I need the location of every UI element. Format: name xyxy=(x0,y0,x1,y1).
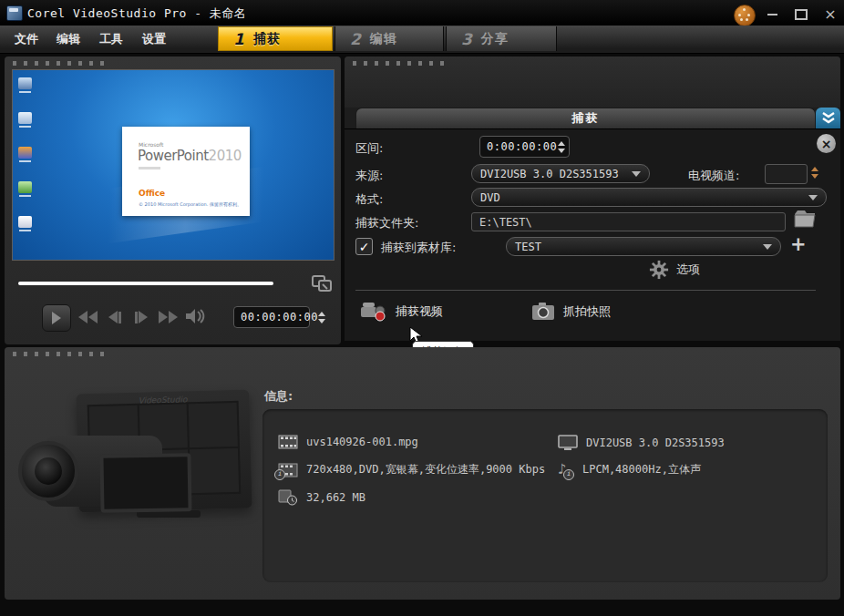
add-library-button[interactable]: + xyxy=(790,236,807,252)
splash-office-logo: Office xyxy=(139,189,165,198)
next-frame-button[interactable] xyxy=(129,310,153,324)
close-button[interactable]: × xyxy=(818,7,842,22)
tab-share[interactable]: 3 分享 xyxy=(446,26,557,51)
snapshot-button[interactable]: 抓拍快照 xyxy=(531,302,611,322)
capture-panel: 捕获 × 区间: 0:00:00:00 来源: DVI2USB 3.0 D2S3… xyxy=(345,56,840,340)
folder-icon xyxy=(793,208,818,230)
capture-header-title: 捕获 xyxy=(572,110,600,127)
scrubber-bar[interactable] xyxy=(18,282,273,285)
desktop-icon-media-player xyxy=(18,147,32,159)
menu-file[interactable]: 文件 xyxy=(15,31,38,47)
minimize-button[interactable] xyxy=(760,7,784,22)
app-icon xyxy=(6,5,23,21)
tv-channel-stepper[interactable] xyxy=(811,167,818,179)
app-window: Corel VideoStudio Pro - 未命名 × 文件 编辑 工具 设… xyxy=(0,0,844,616)
interval-value: 0:00:00:00 xyxy=(487,140,557,153)
play-button[interactable] xyxy=(42,304,71,332)
snapshot-label: 抓拍快照 xyxy=(563,303,611,320)
info-row-audio: ♪ i LPCM,48000Hz,立体声 xyxy=(558,462,701,477)
tab-edit[interactable]: 2 编辑 xyxy=(335,26,444,51)
options-label: 选项 xyxy=(676,262,700,278)
player-timecode-value: 00:00:00:00 xyxy=(241,311,318,323)
tab-capture[interactable]: 1 捕获 xyxy=(218,26,333,51)
options-button[interactable]: 选项 xyxy=(649,260,700,280)
info-title: 信息: xyxy=(264,388,293,405)
player-timecode-stepper[interactable] xyxy=(318,312,325,323)
video-info-icon: i xyxy=(278,463,298,477)
perforation-strip xyxy=(13,61,104,66)
collapse-panel-button[interactable] xyxy=(816,108,840,128)
tab-capture-label: 捕获 xyxy=(253,31,281,47)
prev-frame-icon xyxy=(108,311,118,323)
fast-forward-button[interactable] xyxy=(156,310,180,324)
chevron-down-icon xyxy=(763,244,772,250)
perforation-strip xyxy=(353,61,444,66)
format-label: 格式: xyxy=(355,191,383,208)
format-dropdown[interactable]: DVD xyxy=(471,188,827,207)
menu-bar: 文件 编辑 工具 设置 1 捕获 2 编辑 3 分享 xyxy=(0,26,844,54)
video-preview: Microsoft PowerPoint2010 Office © 2010 M… xyxy=(12,69,335,261)
desktop-icon-recycle-bin xyxy=(18,112,32,124)
preview-panel: Microsoft PowerPoint2010 Office © 2010 M… xyxy=(5,56,341,344)
tab-share-label: 分享 xyxy=(481,31,509,47)
info-row-device: DVI2USB 3.0 D2S351593 xyxy=(558,435,725,451)
perforation-strip xyxy=(13,352,104,356)
volume-button[interactable] xyxy=(183,309,207,323)
film-reel-icon[interactable] xyxy=(734,5,756,26)
prev-frame-button[interactable] xyxy=(103,310,127,324)
interval-timecode[interactable]: 0:00:00:00 xyxy=(479,136,570,158)
desktop-icon-computer xyxy=(18,77,32,89)
fast-forward-icon xyxy=(159,311,168,323)
menu-settings[interactable]: 设置 xyxy=(142,31,166,47)
menu-edit[interactable]: 编辑 xyxy=(57,31,80,47)
info-row-filename: uvs140926-001.mpg xyxy=(278,435,418,449)
enlarge-preview-icon[interactable] xyxy=(311,274,333,293)
source-dropdown[interactable]: DVI2USB 3.0 D2S351593 xyxy=(471,164,650,183)
source-label: 来源: xyxy=(355,168,383,184)
rewind-icon xyxy=(78,311,87,323)
browse-folder-button[interactable] xyxy=(793,208,818,230)
interval-stepper[interactable] xyxy=(558,141,565,153)
rewind-button[interactable] xyxy=(76,310,99,324)
player-timecode[interactable]: 00:00:00:00 xyxy=(233,306,310,328)
folder-label: 捕获文件夹: xyxy=(355,215,418,231)
library-label: 捕获到素材库: xyxy=(381,240,456,256)
maximize-icon xyxy=(795,9,808,20)
maximize-button[interactable] xyxy=(789,7,813,22)
chevron-down-icon xyxy=(808,195,818,200)
splash-copyright: © 2010 Microsoft Corporation. 保留所有权利。 xyxy=(139,201,242,207)
info-row-size: 32,662 MB xyxy=(278,489,365,506)
desktop-icon-app-green xyxy=(18,181,32,193)
info-filename: uvs140926-001.mpg xyxy=(306,436,418,448)
info-badge-icon: i xyxy=(563,469,574,480)
capture-video-button[interactable]: 捕获视频 xyxy=(360,301,443,323)
minimize-icon xyxy=(767,14,777,15)
splash-brand: Microsoft xyxy=(139,141,163,148)
title-bar: Corel VideoStudio Pro - 未命名 × xyxy=(0,0,844,26)
library-dropdown[interactable]: TEST xyxy=(506,237,781,256)
folder-input[interactable]: E:\TEST\ xyxy=(471,212,786,231)
splash-edition: 2010 xyxy=(209,148,242,164)
camcorder-graphic xyxy=(18,428,173,529)
capture-header: 捕获 xyxy=(355,108,816,128)
tab-edit-number: 2 xyxy=(350,30,361,48)
close-panel-button[interactable]: × xyxy=(817,134,836,153)
info-file-size: 32,662 MB xyxy=(306,491,365,504)
desktop-icon-document xyxy=(18,216,32,228)
window-title: Corel VideoStudio Pro - 未命名 xyxy=(27,5,246,22)
format-value: DVD xyxy=(480,191,500,204)
file-size-icon xyxy=(278,489,298,506)
next-frame-icon xyxy=(135,312,138,323)
tv-channel-input[interactable] xyxy=(765,164,808,184)
separator xyxy=(355,290,816,291)
menu-tools[interactable]: 工具 xyxy=(99,31,123,47)
close-icon: × xyxy=(824,8,836,21)
splash-product: PowerPoint2010 xyxy=(138,148,242,164)
library-value: TEST xyxy=(515,241,541,253)
info-row-video: i 720x480,DVD,宽银幕,变化位速率,9000 Kbps xyxy=(278,462,545,477)
library-checkbox[interactable]: ✓ xyxy=(355,238,373,255)
tab-share-number: 3 xyxy=(461,30,472,48)
interval-label: 区间: xyxy=(355,140,383,157)
play-icon xyxy=(52,312,61,324)
speaker-icon xyxy=(184,308,206,324)
